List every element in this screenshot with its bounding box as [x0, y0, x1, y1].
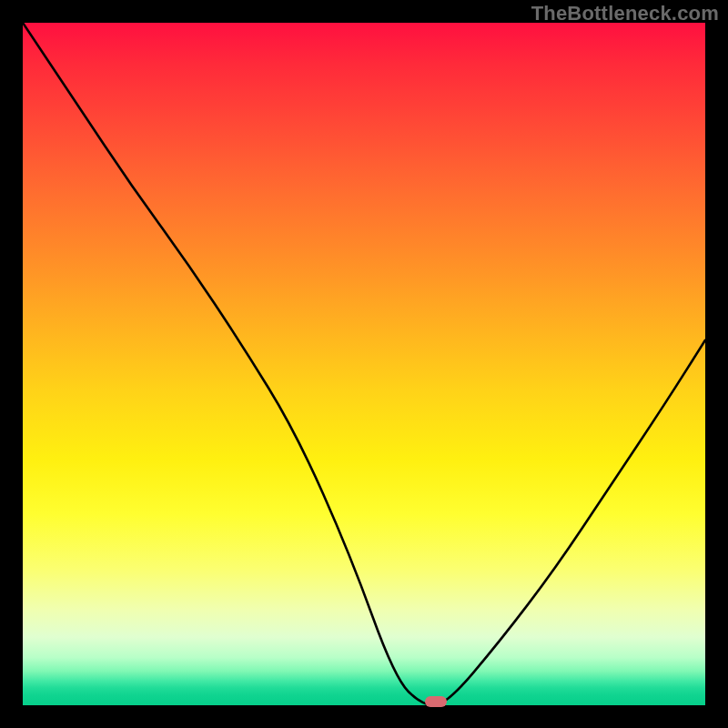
plot-area [23, 23, 705, 705]
bottleneck-line-path [23, 23, 705, 705]
optimal-marker [425, 696, 447, 707]
chart-frame: TheBottleneck.com [0, 0, 728, 728]
bottleneck-line-svg [23, 23, 705, 705]
